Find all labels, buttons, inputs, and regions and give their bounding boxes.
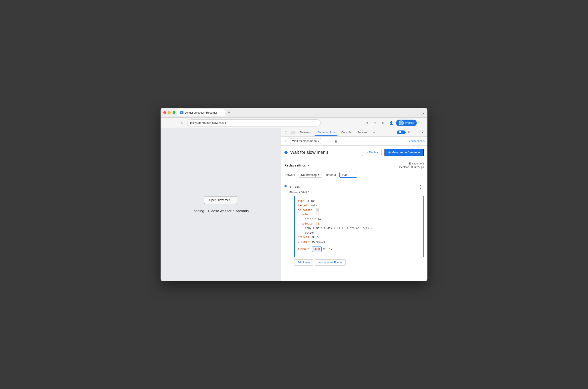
type-val: click <box>306 200 315 203</box>
selector2-key: selector #2: <box>301 222 320 226</box>
offsetx-key: offsetX: <box>298 236 311 239</box>
close-devtools-button[interactable]: ✕ <box>419 129 426 136</box>
tab-favicon: R <box>180 111 183 114</box>
delete-recording-button[interactable]: 🗑 <box>333 138 339 144</box>
selector1-key: selector #1: <box>301 213 320 216</box>
open-slow-menu-button[interactable]: Open slow menu <box>204 196 237 204</box>
page-area: Open slow menu Loading... Please wait fo… <box>161 128 281 281</box>
forward-button[interactable]: → <box>171 120 177 126</box>
dt-icons-right: 💬 1 ⚙ ⋮ ✕ <box>397 129 426 136</box>
avatar <box>399 121 404 125</box>
environment-section: Environment Desktop 535×622 px <box>399 162 424 169</box>
replay-button[interactable]: ▷ Replay <box>362 149 382 156</box>
step-expand-icon[interactable]: ▼ <box>289 186 292 188</box>
title-bar: R Longer timeout in Recorder ✕ + ⌄ <box>161 108 427 118</box>
timeout-val-row: timeout: 6000 🗑 ← <box>298 244 420 254</box>
recording-header: Wait for slow menu ▷ Replay ⊙ Measure pe… <box>281 146 427 159</box>
chevron-down-icon[interactable]: ⌄ <box>422 111 425 114</box>
inspector-icon[interactable]: ⬚ <box>283 129 289 136</box>
step-content: ▼ Click ⋮ Element "Hello" type: click ta… <box>289 184 424 266</box>
replay-settings-arrow-icon[interactable]: ▼ <box>307 164 310 167</box>
url-bar-icons: ⬆ ☆ ⚙ 👤 Paused ⋮ <box>364 120 425 126</box>
red-arrow-step-icon: ← <box>327 244 333 255</box>
menu-icon[interactable]: ⋮ <box>418 120 425 126</box>
step-type-label: Click <box>294 185 300 189</box>
environment-value: Desktop 535×622 px <box>399 166 424 169</box>
tab-elements[interactable]: Elements <box>297 130 313 135</box>
timeout-label: Timeout <box>326 173 336 176</box>
new-tab-button[interactable]: + <box>226 110 232 116</box>
network-select-arrow-icon: ▾ <box>318 173 320 176</box>
tab-sources[interactable]: Sources <box>355 130 370 135</box>
timeout-code-key: timeout: <box>298 247 311 251</box>
more-tabs-button[interactable]: » <box>371 129 377 136</box>
devtools-panel: ⬚ ⬜ Elements Recorder 🎙 ✕ Console Source… <box>281 128 427 281</box>
window-controls-right: ⌄ <box>422 111 425 114</box>
address-bar: ← → ↻ jec.fyi/demo/pup-slow-result ⬆ ☆ ⚙… <box>161 118 427 128</box>
maximize-button[interactable] <box>173 111 175 114</box>
tab-console[interactable]: Console <box>339 130 354 135</box>
recording-name: Wait for slow menu <box>292 139 317 143</box>
extension-icon[interactable]: ⚙ <box>380 120 386 126</box>
timeout-input[interactable] <box>339 172 357 178</box>
devtools-topbar: ⬚ ⬜ Elements Recorder 🎙 ✕ Console Source… <box>281 128 427 137</box>
recorder-toolbar: + Wait for slow menu ▾ ↑ 🗑 Send feedback <box>281 137 427 146</box>
traffic-lights <box>163 111 175 114</box>
network-value: No throttling <box>301 173 317 176</box>
paused-label: Paused <box>405 121 414 125</box>
replay-settings-header: Replay settings ▼ Environment Desktop 53… <box>284 162 424 169</box>
environment-title: Environment <box>399 162 424 165</box>
select-arrow-icon: ▾ <box>318 140 319 142</box>
back-button[interactable]: ← <box>163 120 170 126</box>
feedback-badge[interactable]: 💬 1 <box>397 130 406 134</box>
tab-title: Longer timeout in Recorder <box>185 111 217 114</box>
share-icon[interactable]: ⬆ <box>364 120 370 126</box>
main-content: Open slow menu Loading... Please wait fo… <box>161 128 427 281</box>
add-frame-button[interactable]: Add frame <box>294 259 313 266</box>
offsety-val: 9.703125 <box>311 240 325 244</box>
paused-button[interactable]: Paused <box>396 120 417 126</box>
step-description: Element "Hello" <box>289 191 424 194</box>
recording-select[interactable]: Wait for slow menu ▾ <box>290 138 321 144</box>
settings-icon[interactable]: ⚙ <box>406 129 412 136</box>
recorder-actions: ↑ 🗑 <box>325 138 339 144</box>
add-asserted-events-button[interactable]: Add assertedEvents <box>315 259 345 266</box>
code-block: type: click target: main selectors: ⬚ se… <box>294 196 424 257</box>
send-feedback-link[interactable]: Send feedback <box>407 140 425 143</box>
more-options-icon[interactable]: ⋮ <box>413 129 419 136</box>
selector-icon: ⬚ <box>316 208 319 212</box>
measure-performance-button[interactable]: ⊙ Measure performance <box>384 149 424 156</box>
replay-settings-title: Replay settings <box>284 163 306 167</box>
red-arrow-timeout-icon: ← <box>362 171 369 178</box>
timeout-delete-icon[interactable]: 🗑 <box>323 247 326 252</box>
offsety-key: offsetY: <box>298 240 311 244</box>
profile-icon[interactable]: 👤 <box>388 120 394 126</box>
url-bar[interactable]: jec.fyi/demo/pup-slow-result <box>187 119 321 127</box>
step-more-button[interactable]: ⋮ <box>417 184 424 190</box>
offsetx-val: 30.5 <box>311 236 319 239</box>
network-select[interactable]: No throttling ▾ <box>299 172 322 178</box>
selector2-val: body > main > div > ul > li:nth-child(1)… <box>305 227 372 230</box>
export-button[interactable]: ↑ <box>325 138 331 144</box>
tab-close-button[interactable]: ✕ <box>218 111 221 114</box>
selector1-val: aria/Hello <box>305 218 321 221</box>
device-icon[interactable]: ⬜ <box>290 129 296 136</box>
bookmark-icon[interactable]: ☆ <box>372 120 378 126</box>
type-key: type: <box>298 200 306 203</box>
browser-tab[interactable]: R Longer timeout in Recorder ✕ <box>177 109 225 116</box>
selectors-key: selectors: <box>298 209 314 212</box>
target-val: main <box>309 204 317 207</box>
step-bottom-buttons: Add frame Add assertedEvents <box>294 259 424 266</box>
selector2-val2: button <box>305 231 314 234</box>
steps-area[interactable]: ▼ Click ⋮ Element "Hello" type: click ta… <box>281 181 427 281</box>
tab-recorder[interactable]: Recorder 🎙 ✕ <box>314 129 338 136</box>
url-text: jec.fyi/demo/pup-slow-result <box>190 121 226 125</box>
add-recording-button[interactable]: + <box>283 138 288 144</box>
replay-settings-section: Replay settings ▼ Environment Desktop 53… <box>281 159 427 181</box>
replay-settings-row: Network No throttling ▾ Timeout ← <box>284 171 424 178</box>
reload-button[interactable]: ↻ <box>179 120 185 126</box>
timeout-code-value[interactable]: 6000 <box>312 247 322 252</box>
minimize-button[interactable] <box>168 111 171 114</box>
step-dot-line: ▼ Click ⋮ Element "Hello" type: click ta… <box>284 184 424 266</box>
close-button[interactable] <box>163 111 166 114</box>
